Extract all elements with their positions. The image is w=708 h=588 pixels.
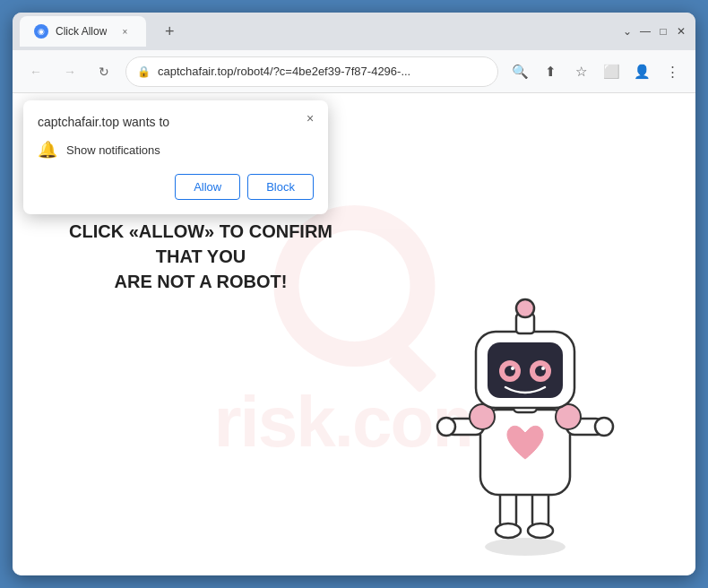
tab-title: Click Allow	[56, 25, 107, 38]
popup-close-button[interactable]: ×	[301, 109, 319, 127]
page-content: risk.com captchafair.top wants to × 🔔 Sh…	[13, 93, 695, 575]
allow-button[interactable]: Allow	[175, 174, 240, 200]
back-button[interactable]: ←	[23, 59, 48, 84]
collapse-button[interactable]: ⌄	[620, 24, 635, 39]
forward-button[interactable]: →	[57, 59, 82, 84]
title-bar: ◉ Click Allow × + ⌄ — □ ✕	[13, 13, 695, 50]
lock-icon: 🔒	[137, 65, 151, 78]
search-toolbar-icon[interactable]: 🔍	[507, 59, 532, 84]
url-text: captchafair.top/robot4/?c=4be2ef39-7f87-…	[158, 65, 487, 78]
popup-title: captchafair.top wants to	[38, 115, 314, 129]
address-bar: ← → ↻ 🔒 captchafair.top/robot4/?c=4be2ef…	[13, 50, 695, 93]
menu-icon[interactable]: ⋮	[660, 59, 685, 84]
toolbar-icons: 🔍 ⬆ ☆ ⬜ 👤 ⋮	[507, 59, 685, 84]
svg-point-20	[541, 367, 545, 370]
browser-window: ◉ Click Allow × + ⌄ — □ ✕ ← → ↻ 🔒 captch…	[13, 13, 695, 575]
close-window-button[interactable]: ✕	[674, 24, 688, 39]
robot-illustration	[409, 253, 624, 558]
svg-point-8	[437, 418, 455, 436]
popup-buttons: Allow Block	[38, 174, 314, 200]
svg-point-19	[511, 367, 514, 370]
url-bar[interactable]: 🔒 captchafair.top/robot4/?c=4be2ef39-7f8…	[125, 56, 498, 87]
share-icon[interactable]: ⬆	[538, 59, 563, 84]
window-controls: ⌄ — □ ✕	[620, 24, 688, 39]
notification-label: Show notifications	[66, 143, 160, 157]
reload-button[interactable]: ↻	[91, 59, 117, 84]
notification-row: 🔔 Show notifications	[38, 140, 314, 160]
split-view-icon[interactable]: ⬜	[599, 59, 624, 84]
captcha-text-line2: ARE NOT A ROBOT!	[48, 269, 353, 294]
browser-tab[interactable]: ◉ Click Allow ×	[20, 16, 146, 47]
bookmark-icon[interactable]: ☆	[568, 59, 593, 84]
captcha-text: CLICK «ALLOW» TO CONFIRM THAT YOU ARE NO…	[48, 219, 353, 294]
robot-svg	[427, 271, 624, 558]
profile-icon[interactable]: 👤	[629, 59, 654, 84]
bell-icon: 🔔	[38, 140, 57, 160]
minimize-button[interactable]: —	[638, 24, 652, 39]
tab-close-button[interactable]: ×	[117, 24, 132, 39]
block-button[interactable]: Block	[247, 174, 314, 200]
svg-point-22	[516, 299, 534, 317]
svg-rect-14	[488, 342, 563, 398]
svg-point-3	[496, 523, 521, 538]
new-tab-button[interactable]: +	[157, 19, 182, 44]
tab-favicon: ◉	[34, 24, 48, 39]
captcha-text-line1: CLICK «ALLOW» TO CONFIRM THAT YOU	[48, 219, 353, 269]
svg-point-4	[528, 523, 553, 538]
maximize-button[interactable]: □	[656, 24, 670, 39]
svg-point-9	[595, 418, 613, 436]
svg-point-0	[485, 538, 566, 556]
notification-popup: captchafair.top wants to × 🔔 Show notifi…	[23, 100, 328, 214]
